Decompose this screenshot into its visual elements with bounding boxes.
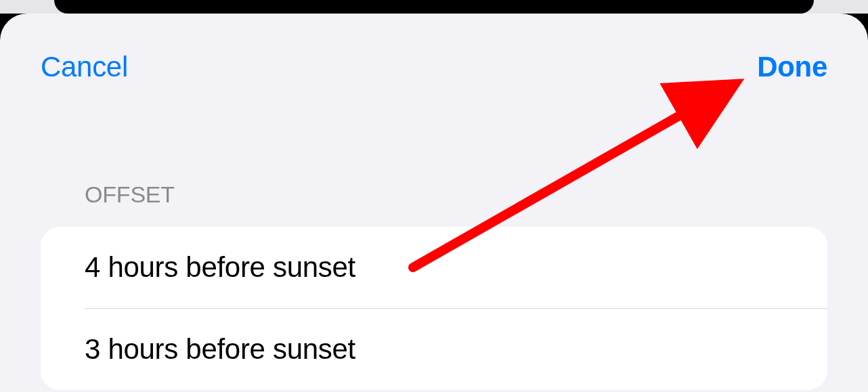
modal-sheet: Cancel Done OFFSET 4 hours before sunset…: [0, 14, 868, 392]
list-item[interactable]: 4 hours before sunset: [41, 227, 827, 308]
cancel-button[interactable]: Cancel: [41, 51, 128, 83]
offset-options-list: 4 hours before sunset 3 hours before sun…: [41, 227, 827, 390]
section-header-offset: OFFSET: [0, 83, 868, 227]
list-item[interactable]: 3 hours before sunset: [41, 309, 827, 390]
navigation-bar: Cancel Done: [0, 14, 868, 83]
device-notch: [54, 0, 814, 14]
status-bar: [0, 0, 868, 14]
done-button[interactable]: Done: [757, 51, 827, 83]
